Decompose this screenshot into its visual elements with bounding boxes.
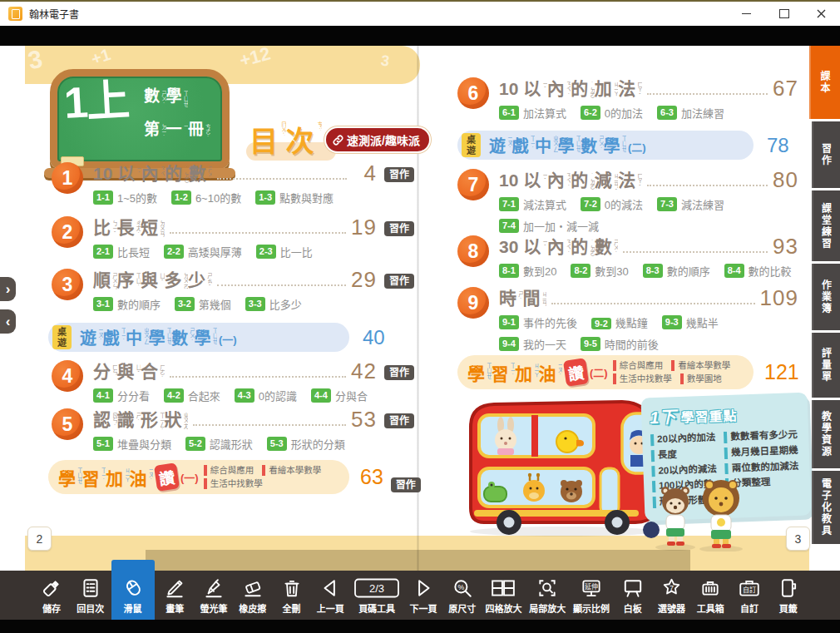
tool-toolbox[interactable]: 工具箱 bbox=[692, 571, 729, 620]
sidebar-tab-workbook[interactable]: 習作 bbox=[812, 121, 840, 188]
edge-arrow-right-button[interactable]: › bbox=[0, 277, 16, 301]
chapter-title[interactable]: 順ㄕㄨㄣˋ序ㄒㄩˋ與ㄩˇ多ㄉㄨㄛ少ㄕㄠˇ bbox=[93, 270, 212, 290]
subsection-link[interactable]: 4-4分與合 bbox=[311, 388, 368, 403]
tool-number-picker[interactable]: 7 選號器 bbox=[653, 571, 689, 620]
subsection-link[interactable]: 5-1堆疊與分類 bbox=[93, 436, 171, 452]
tool-next-page[interactable]: 下一頁 bbox=[405, 571, 442, 620]
subsection-link[interactable]: 4-30的認識 bbox=[235, 388, 297, 403]
workbook-badge[interactable]: 習作 bbox=[384, 413, 414, 428]
chapter-number[interactable]: 1 bbox=[52, 162, 83, 194]
sidebar-tab-homework-book[interactable]: 作業簿 bbox=[812, 264, 840, 330]
board-game-bar[interactable]: 桌遊 遊ㄧㄡˊ戲ㄒㄧˋ中ㄓㄨㄥ學ㄒㄩㄝˊ數ㄕㄨˋ學ㄒㄩㄝˊ (一) bbox=[48, 323, 349, 352]
chapter-title[interactable]: 比ㄅㄧˇ長ㄔㄤˊ短ㄉㄨㄢˇ bbox=[93, 218, 165, 238]
chapter-number[interactable]: 6 bbox=[457, 77, 489, 109]
sidebar-tab-digital-tools[interactable]: 電子化教具 bbox=[812, 471, 840, 544]
subsection-link[interactable]: 6-20的加法 bbox=[581, 105, 643, 121]
subsection-link[interactable]: 3-2第幾個 bbox=[175, 296, 231, 312]
board-game-page[interactable]: 78 bbox=[767, 134, 789, 157]
chapter-page[interactable]: 19 bbox=[351, 216, 377, 238]
subsection-link[interactable]: 6-1加法算式 bbox=[499, 105, 566, 121]
chapter-title[interactable]: 時ㄕˊ間ㄐㄧㄢ bbox=[499, 289, 546, 309]
workbook-badge[interactable]: 習作 bbox=[384, 365, 414, 380]
chapter-page[interactable]: 29 bbox=[351, 269, 377, 290]
board-game-bar[interactable]: 桌遊 遊ㄧㄡˊ戲ㄒㄧˋ中ㄓㄨㄥ學ㄒㄩㄝˊ數ㄕㄨˋ學ㄒㄩㄝˊ (二) bbox=[457, 131, 754, 160]
chapter-page[interactable]: 53 bbox=[351, 408, 377, 430]
subsection-link[interactable]: 7-4加一加‧減一減 bbox=[499, 218, 599, 234]
subsection-link[interactable]: 8-3數的順序 bbox=[643, 263, 710, 279]
tool-original-size[interactable]: % 原尺寸 bbox=[444, 571, 481, 620]
chapter-number[interactable]: 8 bbox=[457, 235, 489, 267]
chapter-number[interactable]: 3 bbox=[52, 269, 83, 300]
chapter-number[interactable]: 9 bbox=[457, 287, 489, 319]
maximize-button[interactable] bbox=[765, 2, 803, 26]
subsection-link[interactable]: 9-3幾點半 bbox=[662, 314, 719, 330]
sidebar-tab-teaching-resources[interactable]: 教學資源 bbox=[812, 400, 840, 468]
chapter-number[interactable]: 5 bbox=[52, 408, 83, 440]
tool-eraser[interactable]: 橡皮擦 bbox=[235, 571, 271, 620]
tool-quad-zoom[interactable]: 四格放大 bbox=[482, 571, 524, 620]
subsection-link[interactable]: 9-5時間的前後 bbox=[581, 336, 659, 352]
chapter-title[interactable]: 30 以ㄧˇ內ㄋㄟˋ的˙ㄉㄜ數ㄕㄨˋ bbox=[499, 237, 618, 257]
minimize-button[interactable] bbox=[728, 2, 765, 26]
chapter-page[interactable]: 67 bbox=[773, 77, 798, 99]
subsection-link[interactable]: 9-4我的一天 bbox=[499, 336, 566, 352]
subsection-link[interactable]: 7-20的減法 bbox=[581, 196, 643, 212]
boost-page[interactable]: 121 bbox=[764, 360, 799, 384]
chapter-number[interactable]: 2 bbox=[52, 216, 83, 248]
workbook-badge[interactable]: 習作 bbox=[391, 477, 421, 492]
tool-mouse[interactable]: 滑鼠 bbox=[111, 560, 155, 620]
boost-bar[interactable]: 學ㄒㄩㄝˊ習ㄒㄧˊ加ㄐㄧㄚ油ㄧㄡˊ 讚 (二) 綜合與應用 看繪本學數學 生活中… bbox=[457, 355, 754, 389]
tool-page-indicator[interactable]: 2/3 頁碼工具 bbox=[351, 571, 403, 620]
chapter-title[interactable]: 10 以ㄧˇ內ㄋㄟˋ的˙ㄉㄜ加ㄐㄧㄚ法ㄈㄚˇ bbox=[499, 79, 642, 99]
chapter-page[interactable]: 93 bbox=[773, 235, 798, 257]
tool-whiteboard[interactable]: 白板 bbox=[615, 571, 651, 620]
edge-arrow-left-button[interactable]: ‹ bbox=[0, 309, 16, 334]
chapter-number[interactable]: 7 bbox=[457, 169, 489, 200]
subsection-link[interactable]: 2-2高矮與厚薄 bbox=[164, 244, 242, 260]
tool-display-ratio[interactable]: 延伸 顯示比例 bbox=[571, 571, 612, 620]
subsection-link[interactable]: 7-1減法算式 bbox=[499, 196, 566, 212]
subsection-link[interactable]: 1-3點數與對應 bbox=[255, 190, 334, 205]
subsection-link[interactable]: 2-3比一比 bbox=[256, 244, 313, 260]
subsection-link[interactable]: 4-2合起來 bbox=[164, 388, 220, 403]
workbook-badge[interactable]: 習作 bbox=[384, 221, 414, 236]
tool-delete-all[interactable]: 全刪 bbox=[274, 571, 310, 620]
tool-prev-page[interactable]: 上一頁 bbox=[312, 571, 348, 620]
sidebar-tab-assessment[interactable]: 評量單 bbox=[812, 333, 840, 398]
chapter-page[interactable]: 4 bbox=[352, 162, 377, 184]
tool-custom[interactable]: 自訂 自訂 bbox=[731, 571, 768, 620]
subsection-link[interactable]: 5-2認識形狀 bbox=[185, 436, 253, 452]
tool-page-tabs[interactable]: 頁籤 bbox=[770, 571, 807, 620]
subsection-link[interactable]: 8-2數到30 bbox=[571, 263, 628, 279]
sidebar-tab-class-practice[interactable]: 課堂練習 bbox=[812, 190, 840, 261]
subsection-link[interactable]: 8-4數的比較 bbox=[724, 263, 792, 279]
subsection-link[interactable]: 1-11~5的數 bbox=[93, 190, 157, 205]
tool-highlighter[interactable]: 螢光筆 bbox=[195, 571, 232, 620]
board-game-page[interactable]: 40 bbox=[363, 326, 385, 349]
tool-save[interactable]: 儲存 bbox=[33, 571, 70, 620]
subsection-link[interactable]: 9-1事件的先後 bbox=[499, 314, 577, 330]
chapter-title[interactable]: 分ㄈㄣ與ㄩˇ合ㄏㄜˊ bbox=[93, 362, 165, 382]
boost-bar[interactable]: 學ㄒㄩㄝˊ習ㄒㄧˊ加ㄐㄧㄚ油ㄧㄡˊ 讚 (一) 綜合與應用 看繪本學數學 生活中… bbox=[48, 460, 349, 494]
subsection-link[interactable]: 3-3比多少 bbox=[245, 296, 302, 312]
subsection-link[interactable]: 6-3加法練習 bbox=[657, 105, 724, 121]
sidebar-tab-textbook[interactable]: 課本 bbox=[809, 46, 840, 119]
subsection-link[interactable]: 7-3減法練習 bbox=[657, 196, 724, 212]
tool-back-to-toc[interactable]: 回目次 bbox=[72, 571, 109, 620]
subsection-link[interactable]: 2-1比長短 bbox=[93, 244, 150, 260]
subsection-link[interactable]: 5-3形狀的分類 bbox=[267, 436, 345, 452]
close-button[interactable] bbox=[803, 2, 840, 26]
chapter-title[interactable]: 10 以ㄧˇ內ㄋㄟˋ的˙ㄉㄜ數ㄕㄨˋ bbox=[93, 164, 212, 184]
chapter-page[interactable]: 42 bbox=[351, 360, 377, 382]
chapter-title[interactable]: 認ㄖㄣˋ識ㄕˋ形ㄒㄧㄥˊ狀ㄓㄨㄤˋ bbox=[93, 410, 188, 430]
tool-region-zoom[interactable]: 局部放大 bbox=[526, 571, 568, 620]
chapter-page[interactable]: 109 bbox=[760, 287, 798, 309]
subsection-link[interactable]: 4-1分分看 bbox=[93, 388, 150, 403]
subsection-link[interactable]: 8-1數到20 bbox=[499, 263, 556, 279]
workbook-badge[interactable]: 習作 bbox=[384, 274, 414, 289]
chapter-title[interactable]: 10 以ㄧˇ內ㄋㄟˋ的˙ㄉㄜ減ㄐㄧㄢˇ法ㄈㄚˇ bbox=[499, 171, 642, 190]
tool-pen[interactable]: 畫筆 bbox=[156, 571, 193, 620]
workbook-badge[interactable]: 習作 bbox=[384, 167, 414, 182]
chapter-number[interactable]: 4 bbox=[52, 360, 83, 392]
chapter-page[interactable]: 80 bbox=[773, 169, 798, 190]
